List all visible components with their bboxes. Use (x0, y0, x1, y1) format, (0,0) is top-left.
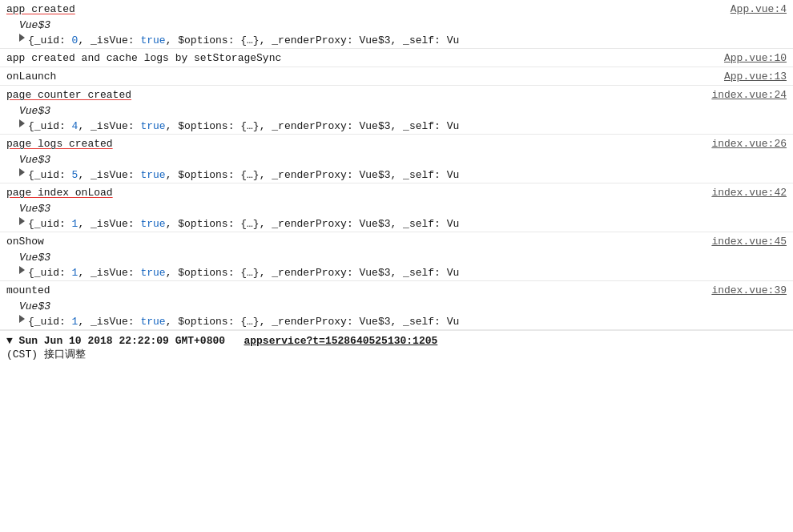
log-entry-app-created: app created App.vue:4 Vue$3 {_uid: 0, _i… (0, 0, 793, 49)
vue-object-row: {_uid: 4, _isVue: true, $options: {…}, _… (0, 119, 793, 134)
log-label: onLaunch (6, 71, 711, 83)
vue-label-row: Vue$3 (0, 201, 793, 216)
log-source[interactable]: App.vue:10 (724, 52, 787, 64)
vue-label: Vue$3 (19, 203, 50, 215)
log-entry-page-logs: page logs created index.vue:26 Vue$3 {_u… (0, 135, 793, 183)
expand-arrow-icon[interactable] (19, 119, 25, 127)
log-row: app created App.vue:4 (0, 0, 793, 18)
log-row: onLaunch App.vue:13 (0, 67, 793, 85)
vue-label-row: Vue$3 (0, 299, 793, 314)
vue-object-row: {_uid: 5, _isVue: true, $options: {…}, _… (0, 167, 793, 183)
log-source[interactable]: App.vue:13 (724, 71, 787, 83)
log-label: onShow (6, 236, 698, 248)
log-row: page index onLoad index.vue:42 (0, 183, 793, 201)
timestamp-line2: (CST) 接口调整 (6, 347, 787, 361)
log-label: page counter created (6, 89, 698, 101)
vue-label: Vue$3 (19, 300, 50, 312)
vue-props: {_uid: 1, _isVue: true, $options: {…}, _… (28, 218, 459, 230)
vue-label-row: Vue$3 (0, 250, 793, 265)
vue-props: {_uid: 5, _isVue: true, $options: {…}, _… (28, 169, 459, 181)
log-entry-onlaunch: onLaunch App.vue:13 (0, 67, 793, 86)
log-label: page logs created (6, 138, 698, 150)
expand-arrow-icon[interactable] (19, 266, 25, 274)
vue-props: {_uid: 1, _isVue: true, $options: {…}, _… (28, 267, 459, 279)
vue-label-row: Vue$3 (0, 18, 793, 33)
log-source[interactable]: index.vue:26 (711, 138, 787, 150)
log-entry-onshow: onShow index.vue:45 Vue$3 {_uid: 1, _isV… (0, 232, 793, 281)
log-row: onShow index.vue:45 (0, 232, 793, 250)
vue-label-row: Vue$3 (0, 103, 793, 119)
log-row: app created and cache logs by setStorage… (0, 49, 793, 66)
vue-props: {_uid: 1, _isVue: true, $options: {…}, _… (28, 316, 459, 328)
vue-object-row: {_uid: 1, _isVue: true, $options: {…}, _… (0, 216, 793, 232)
vue-label: Vue$3 (19, 19, 50, 31)
log-source[interactable]: index.vue:42 (711, 187, 787, 199)
log-source[interactable]: index.vue:24 (711, 89, 787, 101)
log-label: app created (6, 3, 718, 15)
log-entry-mounted: mounted index.vue:39 Vue$3 {_uid: 1, _is… (0, 281, 793, 330)
timestamp-link[interactable]: appservice?t=1528640525130:1205 (244, 335, 437, 347)
vue-object-row: {_uid: 0, _isVue: true, $options: {…}, _… (0, 33, 793, 48)
vue-props: {_uid: 4, _isVue: true, $options: {…}, _… (28, 120, 459, 132)
log-entry-cache: app created and cache logs by setStorage… (0, 49, 793, 67)
log-source[interactable]: App.vue:4 (731, 3, 787, 15)
log-source[interactable]: index.vue:45 (711, 236, 787, 248)
cst-text: (CST) 接口调整 (6, 349, 86, 361)
log-label: mounted (6, 284, 698, 296)
vue-label: Vue$3 (19, 105, 50, 117)
timestamp-text: ▼ Sun Jun 10 2018 22:22:09 GMT+0800 (6, 335, 238, 347)
timestamp-line1: ▼ Sun Jun 10 2018 22:22:09 GMT+0800 apps… (6, 335, 787, 347)
log-row: page logs created index.vue:26 (0, 135, 793, 152)
vue-props: {_uid: 0, _isVue: true, $options: {…}, _… (28, 34, 459, 46)
log-row: mounted index.vue:39 (0, 281, 793, 299)
expand-arrow-icon[interactable] (19, 315, 25, 323)
log-entry-page-counter: page counter created index.vue:24 Vue$3 … (0, 86, 793, 135)
log-entry-page-index-onload: page index onLoad index.vue:42 Vue$3 {_u… (0, 183, 793, 232)
log-row: page counter created index.vue:24 (0, 86, 793, 103)
log-label: page index onLoad (6, 187, 698, 199)
expand-arrow-icon[interactable] (19, 168, 25, 176)
timestamp-row: ▼ Sun Jun 10 2018 22:22:09 GMT+0800 apps… (0, 330, 793, 365)
expand-arrow-icon[interactable] (19, 217, 25, 225)
log-source[interactable]: index.vue:39 (711, 284, 787, 296)
vue-label: Vue$3 (19, 252, 50, 264)
vue-label: Vue$3 (19, 154, 50, 166)
vue-label-row: Vue$3 (0, 152, 793, 167)
expand-arrow-icon[interactable] (19, 34, 25, 42)
console-container: app created App.vue:4 Vue$3 {_uid: 0, _i… (0, 0, 793, 365)
vue-object-row: {_uid: 1, _isVue: true, $options: {…}, _… (0, 314, 793, 329)
vue-object-row: {_uid: 1, _isVue: true, $options: {…}, _… (0, 265, 793, 280)
log-label: app created and cache logs by setStorage… (6, 52, 711, 64)
